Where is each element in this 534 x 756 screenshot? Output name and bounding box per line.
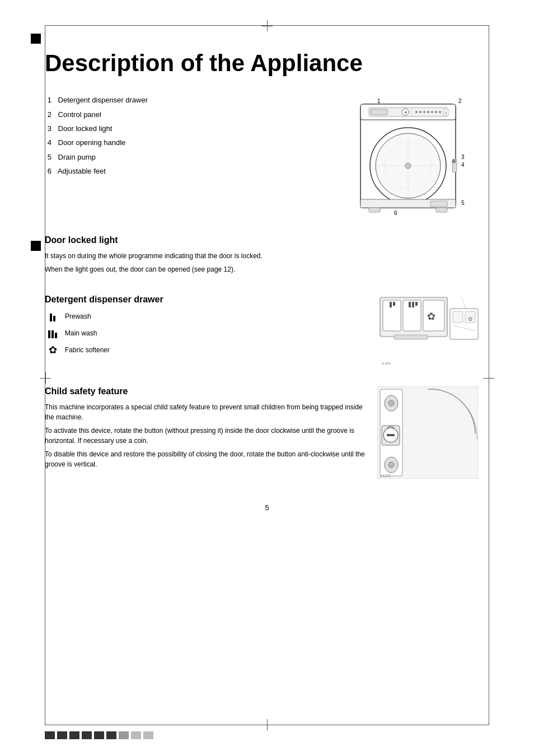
svg-point-11 (435, 111, 437, 113)
svg-text:p1131: p1131 (380, 474, 391, 478)
bottom-progress-bar (45, 731, 153, 739)
svg-text:a.xxx: a.xxx (382, 361, 391, 365)
svg-rect-31 (436, 208, 447, 212)
page-number: 5 (45, 503, 489, 512)
svg-rect-55 (387, 434, 395, 436)
child-safety-svg: p1131 (377, 386, 478, 479)
bar-segment-2 (57, 731, 67, 739)
list-item: 4 Door opening handle (45, 136, 332, 150)
svg-rect-43 (394, 335, 428, 339)
svg-text:4: 4 (461, 162, 465, 168)
list-item: 5 Drain pump (45, 150, 332, 164)
svg-rect-28 (430, 201, 447, 207)
crosshair-top-icon (261, 20, 273, 31)
corner-mark-mid-left (31, 241, 41, 251)
child-safety-heading: Child safety feature (45, 386, 366, 396)
compartment-softener: ✿ Fabric softener (45, 344, 366, 356)
bar-segment-3 (69, 731, 79, 739)
svg-rect-45 (453, 311, 463, 323)
svg-text:3: 3 (461, 154, 465, 160)
page: Description of the Appliance 1 Detergent… (0, 0, 534, 756)
list-item: 1 Detergent dispenser drawer (45, 93, 332, 107)
door-locked-text1: It stays on during the whole programme i… (45, 251, 489, 261)
door-locked-content: Door locked light It stays on during the… (45, 235, 489, 278)
svg-point-6 (415, 111, 418, 113)
svg-text:✕: ✕ (404, 111, 407, 114)
bar-segment-7 (119, 731, 129, 739)
child-safety-text2: To activate this device, rotate the butt… (45, 426, 366, 446)
mainwash-icon (45, 327, 60, 339)
bar-segment-1 (45, 731, 55, 739)
corner-mark-top-left (31, 34, 41, 44)
crosshair-bottom-icon (261, 719, 273, 730)
svg-rect-3 (371, 109, 387, 115)
svg-point-52 (388, 400, 394, 406)
list-item: 2 Control panel (45, 108, 332, 122)
bar-segment-4 (82, 731, 92, 739)
svg-point-12 (439, 111, 441, 113)
prewash-icon (45, 310, 60, 323)
svg-text:5: 5 (461, 200, 465, 206)
svg-text:+: + (446, 111, 447, 114)
svg-rect-41 (415, 302, 418, 306)
appliance-diagram: ✕ + (344, 93, 489, 218)
svg-rect-39 (409, 302, 411, 307)
svg-point-10 (431, 111, 433, 113)
svg-point-58 (388, 462, 394, 468)
bar-segment-6 (106, 731, 116, 739)
bar-segment-9 (143, 731, 153, 739)
svg-point-8 (423, 111, 425, 113)
detergent-drawer-heading: Detergent dispenser drawer (45, 295, 366, 305)
crosshair-right-icon (483, 372, 494, 384)
crosshair-left-icon (40, 372, 51, 384)
svg-rect-40 (412, 302, 414, 307)
compartment-prewash: Prewash (45, 310, 366, 323)
softener-label: Fabric softener (65, 346, 110, 354)
description-section: 1 Detergent dispenser drawer 2 Control p… (45, 93, 489, 218)
child-safety-content: Child safety feature This machine incorp… (45, 386, 366, 481)
main-content: Description of the Appliance 1 Detergent… (45, 34, 489, 512)
svg-text:2: 2 (458, 98, 462, 104)
child-safety-section: Child safety feature This machine incorp… (45, 386, 489, 481)
svg-text:6: 6 (394, 210, 397, 216)
door-locked-heading: Door locked light (45, 235, 489, 245)
detergent-drawer-section: Detergent dispenser drawer Prewash (45, 295, 489, 370)
door-locked-text2: When the light goes out, the door can be… (45, 264, 489, 274)
parts-list: 1 Detergent dispenser drawer 2 Control p… (45, 93, 332, 218)
detergent-content: Detergent dispenser drawer Prewash (45, 295, 366, 370)
list-item: 3 Door locked light (45, 122, 332, 136)
door-locked-section: Door locked light It stays on during the… (45, 235, 489, 278)
svg-text:✿: ✿ (468, 316, 472, 322)
detergent-drawer-image: ✿ ✿ a (377, 295, 489, 370)
svg-point-7 (419, 111, 421, 113)
list-item: 6 Adjustable feet (45, 164, 332, 178)
child-safety-text3: To disable this device and restore the p… (45, 449, 366, 469)
bar-segment-5 (94, 731, 104, 739)
washing-machine-svg: ✕ + (344, 93, 472, 216)
page-title: Description of the Appliance (45, 50, 489, 76)
child-safety-image: p1131 (377, 386, 489, 481)
mainwash-label: Main wash (65, 329, 97, 337)
svg-point-22 (452, 160, 456, 163)
svg-point-9 (427, 111, 429, 113)
svg-text:✿: ✿ (427, 311, 435, 322)
softener-icon: ✿ (45, 344, 60, 356)
bar-segment-8 (131, 731, 141, 739)
child-safety-text1: This machine incorporates a special chil… (45, 402, 366, 422)
svg-rect-37 (390, 302, 392, 307)
detergent-drawer-svg: ✿ ✿ a (377, 295, 484, 367)
svg-text:1: 1 (377, 98, 381, 104)
svg-rect-38 (393, 302, 395, 306)
compartment-mainwash: Main wash (45, 327, 366, 339)
prewash-label: Prewash (65, 312, 91, 320)
svg-rect-30 (369, 208, 380, 212)
